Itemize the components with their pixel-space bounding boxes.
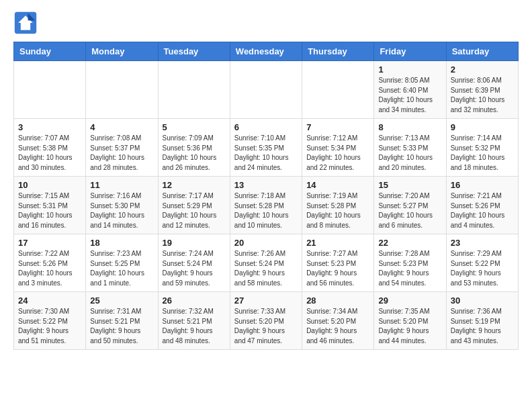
calendar-cell: [86, 61, 158, 119]
calendar-cell: 21Sunrise: 7:27 AM Sunset: 5:23 PM Dayli…: [302, 234, 374, 292]
calendar-cell: 27Sunrise: 7:33 AM Sunset: 5:20 PM Dayli…: [230, 292, 302, 350]
day-info: Sunrise: 7:16 AM Sunset: 5:30 PM Dayligh…: [90, 191, 153, 230]
day-info: Sunrise: 7:30 AM Sunset: 5:22 PM Dayligh…: [18, 307, 81, 346]
day-number: 19: [163, 238, 226, 248]
day-number: 28: [306, 295, 369, 306]
calendar-cell: 17Sunrise: 7:22 AM Sunset: 5:26 PM Dayli…: [14, 234, 86, 292]
weekday-header-wednesday: Wednesday: [230, 42, 302, 61]
weekday-header-thursday: Thursday: [302, 42, 374, 61]
day-number: 22: [378, 238, 441, 248]
day-number: 1: [378, 64, 441, 75]
day-number: 20: [234, 238, 298, 248]
calendar-table: SundayMondayTuesdayWednesdayThursdayFrid…: [13, 42, 519, 350]
day-number: 24: [18, 295, 81, 306]
day-number: 29: [378, 295, 441, 306]
day-info: Sunrise: 7:17 AM Sunset: 5:29 PM Dayligh…: [163, 191, 226, 230]
calendar-cell: 28Sunrise: 7:34 AM Sunset: 5:20 PM Dayli…: [302, 292, 374, 350]
calendar-cell: 4Sunrise: 7:08 AM Sunset: 5:37 PM Daylig…: [86, 119, 158, 177]
day-info: Sunrise: 8:06 AM Sunset: 6:39 PM Dayligh…: [451, 76, 514, 115]
day-info: Sunrise: 7:22 AM Sunset: 5:26 PM Dayligh…: [18, 249, 81, 288]
day-info: Sunrise: 7:34 AM Sunset: 5:20 PM Dayligh…: [306, 307, 369, 346]
calendar-week-4: 17Sunrise: 7:22 AM Sunset: 5:26 PM Dayli…: [14, 234, 519, 292]
day-number: 8: [378, 122, 441, 132]
day-info: Sunrise: 7:10 AM Sunset: 5:35 PM Dayligh…: [234, 134, 298, 173]
calendar-cell: 14Sunrise: 7:19 AM Sunset: 5:28 PM Dayli…: [302, 177, 374, 234]
day-number: 13: [234, 180, 298, 190]
day-number: 2: [451, 64, 514, 75]
day-number: 14: [306, 180, 369, 190]
calendar-cell: 19Sunrise: 7:24 AM Sunset: 5:24 PM Dayli…: [158, 234, 230, 292]
calendar-cell: 26Sunrise: 7:32 AM Sunset: 5:21 PM Dayli…: [158, 292, 230, 350]
day-info: Sunrise: 7:09 AM Sunset: 5:36 PM Dayligh…: [163, 134, 226, 173]
calendar-header: SundayMondayTuesdayWednesdayThursdayFrid…: [14, 42, 519, 61]
day-info: Sunrise: 7:18 AM Sunset: 5:28 PM Dayligh…: [234, 191, 298, 230]
page: SundayMondayTuesdayWednesdayThursdayFrid…: [0, 0, 532, 363]
day-info: Sunrise: 7:08 AM Sunset: 5:37 PM Dayligh…: [90, 134, 153, 173]
day-number: 17: [18, 238, 81, 248]
calendar-cell: 7Sunrise: 7:12 AM Sunset: 5:34 PM Daylig…: [302, 119, 374, 177]
calendar-cell: 1Sunrise: 8:05 AM Sunset: 6:40 PM Daylig…: [374, 61, 446, 119]
calendar-cell: 2Sunrise: 8:06 AM Sunset: 6:39 PM Daylig…: [446, 61, 518, 119]
day-info: Sunrise: 7:36 AM Sunset: 5:19 PM Dayligh…: [451, 307, 514, 346]
calendar-cell: 16Sunrise: 7:21 AM Sunset: 5:26 PM Dayli…: [446, 177, 518, 234]
weekday-header-sunday: Sunday: [14, 42, 86, 61]
day-info: Sunrise: 7:32 AM Sunset: 5:21 PM Dayligh…: [163, 307, 226, 346]
day-info: Sunrise: 7:07 AM Sunset: 5:38 PM Dayligh…: [18, 134, 81, 173]
day-info: Sunrise: 7:15 AM Sunset: 5:31 PM Dayligh…: [18, 191, 81, 230]
calendar-cell: 3Sunrise: 7:07 AM Sunset: 5:38 PM Daylig…: [14, 119, 86, 177]
day-info: Sunrise: 7:12 AM Sunset: 5:34 PM Dayligh…: [306, 134, 369, 173]
weekday-header-saturday: Saturday: [446, 42, 518, 61]
calendar-cell: 25Sunrise: 7:31 AM Sunset: 5:21 PM Dayli…: [86, 292, 158, 350]
weekday-header-tuesday: Tuesday: [158, 42, 230, 61]
day-info: Sunrise: 7:13 AM Sunset: 5:33 PM Dayligh…: [378, 134, 441, 173]
day-number: 30: [451, 295, 514, 306]
calendar-week-1: 1Sunrise: 8:05 AM Sunset: 6:40 PM Daylig…: [14, 61, 519, 119]
page-header: [13, 11, 519, 35]
day-number: 4: [90, 122, 153, 132]
day-number: 5: [163, 122, 226, 132]
day-info: Sunrise: 7:33 AM Sunset: 5:20 PM Dayligh…: [234, 307, 298, 346]
calendar-cell: 11Sunrise: 7:16 AM Sunset: 5:30 PM Dayli…: [86, 177, 158, 234]
day-number: 9: [451, 122, 514, 132]
calendar-cell: 23Sunrise: 7:29 AM Sunset: 5:22 PM Dayli…: [446, 234, 518, 292]
calendar-cell: [14, 61, 86, 119]
calendar-cell: 15Sunrise: 7:20 AM Sunset: 5:27 PM Dayli…: [374, 177, 446, 234]
calendar-cell: 20Sunrise: 7:26 AM Sunset: 5:24 PM Dayli…: [230, 234, 302, 292]
day-number: 12: [163, 180, 226, 190]
day-info: Sunrise: 7:19 AM Sunset: 5:28 PM Dayligh…: [306, 191, 369, 230]
day-number: 6: [234, 122, 298, 132]
day-info: Sunrise: 8:05 AM Sunset: 6:40 PM Dayligh…: [378, 76, 441, 115]
logo: [13, 11, 42, 35]
day-info: Sunrise: 7:35 AM Sunset: 5:20 PM Dayligh…: [378, 307, 441, 346]
day-number: 25: [90, 295, 153, 306]
day-number: 26: [163, 295, 226, 306]
calendar-cell: 8Sunrise: 7:13 AM Sunset: 5:33 PM Daylig…: [374, 119, 446, 177]
day-info: Sunrise: 7:21 AM Sunset: 5:26 PM Dayligh…: [451, 191, 514, 230]
day-info: Sunrise: 7:26 AM Sunset: 5:24 PM Dayligh…: [234, 249, 298, 288]
day-info: Sunrise: 7:24 AM Sunset: 5:24 PM Dayligh…: [163, 249, 226, 288]
calendar-cell: 30Sunrise: 7:36 AM Sunset: 5:19 PM Dayli…: [446, 292, 518, 350]
calendar-cell: 22Sunrise: 7:28 AM Sunset: 5:23 PM Dayli…: [374, 234, 446, 292]
weekday-header-friday: Friday: [374, 42, 446, 61]
calendar-body: 1Sunrise: 8:05 AM Sunset: 6:40 PM Daylig…: [14, 61, 519, 350]
day-number: 10: [18, 180, 81, 190]
day-info: Sunrise: 7:28 AM Sunset: 5:23 PM Dayligh…: [378, 249, 441, 288]
calendar-week-3: 10Sunrise: 7:15 AM Sunset: 5:31 PM Dayli…: [14, 177, 519, 234]
calendar-cell: 12Sunrise: 7:17 AM Sunset: 5:29 PM Dayli…: [158, 177, 230, 234]
day-number: 21: [306, 238, 369, 248]
logo-icon: [13, 11, 38, 35]
weekday-header-monday: Monday: [86, 42, 158, 61]
calendar-cell: 6Sunrise: 7:10 AM Sunset: 5:35 PM Daylig…: [230, 119, 302, 177]
day-info: Sunrise: 7:29 AM Sunset: 5:22 PM Dayligh…: [451, 249, 514, 288]
day-number: 27: [234, 295, 298, 306]
day-number: 16: [451, 180, 514, 190]
weekday-row: SundayMondayTuesdayWednesdayThursdayFrid…: [14, 42, 519, 61]
day-info: Sunrise: 7:20 AM Sunset: 5:27 PM Dayligh…: [378, 191, 441, 230]
calendar-cell: 18Sunrise: 7:23 AM Sunset: 5:25 PM Dayli…: [86, 234, 158, 292]
day-info: Sunrise: 7:23 AM Sunset: 5:25 PM Dayligh…: [90, 249, 153, 288]
day-number: 15: [378, 180, 441, 190]
calendar-cell: 9Sunrise: 7:14 AM Sunset: 5:32 PM Daylig…: [446, 119, 518, 177]
day-info: Sunrise: 7:27 AM Sunset: 5:23 PM Dayligh…: [306, 249, 369, 288]
day-info: Sunrise: 7:31 AM Sunset: 5:21 PM Dayligh…: [90, 307, 153, 346]
day-number: 18: [90, 238, 153, 248]
